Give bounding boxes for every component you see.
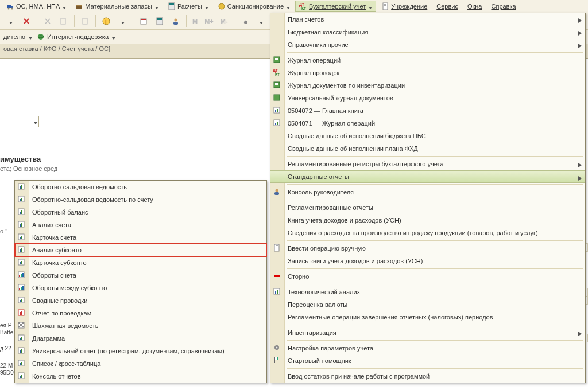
tb-close[interactable]	[20, 14, 33, 28]
menu-help[interactable]: Справка	[487, 1, 520, 11]
tb-calc2[interactable]	[153, 14, 167, 28]
menu-item-label: Справочники прочие	[288, 41, 349, 48]
link-owner[interactable]: дителю	[3, 33, 32, 40]
menu-institution[interactable]: Учреждение	[377, 1, 431, 12]
menu-item-label: Карточка субконто	[32, 259, 87, 266]
tb-info[interactable]	[99, 14, 113, 28]
reports-submenu-item[interactable]: Оборотно-сальдовая ведомость	[15, 181, 266, 193]
accounting-menu-item[interactable]: Сведения о расходах на производство и пр…	[270, 227, 585, 239]
menu-materials-label: Материальные запасы	[85, 3, 152, 10]
menu-item-label: Обороты счета	[32, 272, 76, 279]
menu-calc[interactable]: Расчеты	[164, 1, 212, 12]
accounting-menu-item[interactable]: Ввести операцию вручную	[270, 242, 585, 255]
reports-submenu-item[interactable]: Отчет по проводкам	[15, 307, 266, 319]
tb-paste[interactable]	[78, 14, 92, 28]
accounting-menu-item[interactable]: Универсальный журнал документов	[270, 92, 585, 104]
tb-calendar[interactable]	[137, 14, 150, 28]
accounting-menu-item[interactable]: Регламентные операции завершения отчетны…	[270, 311, 585, 323]
reports-submenu-item[interactable]: Диаграмма	[15, 332, 266, 345]
tb-copy[interactable]	[57, 14, 71, 28]
reports-submenu-item[interactable]: Карточка счета	[15, 231, 266, 244]
accounting-menu-item[interactable]: Технологический анализ	[270, 286, 585, 298]
tb-cut[interactable]	[41, 14, 55, 28]
tb-people[interactable]	[169, 14, 183, 28]
chart-small-icon	[17, 220, 26, 229]
svg-rect-47	[83, 18, 87, 24]
reports-submenu-item[interactable]: Список / кросс-таблица	[15, 357, 266, 370]
accounting-menu-item[interactable]: Журнал проводок	[270, 67, 585, 79]
tb-mplus[interactable]: М+	[202, 18, 216, 25]
accounting-menu-item[interactable]: Консоль руководителя	[270, 186, 585, 198]
accounting-menu-item[interactable]: Книга учета доходов и расходов (УСН)	[270, 214, 585, 227]
accounting-menu-item[interactable]: Справочники прочие	[270, 38, 585, 51]
menu-sanction[interactable]: Санкционирование	[214, 1, 294, 12]
accounting-menu-item[interactable]: 0504071 — Журнал операций	[270, 117, 585, 130]
menu-item-label: Консоль отчетов	[32, 373, 81, 380]
accounting-menu-item[interactable]: Регламентированные регистры бухгалтерско…	[270, 158, 585, 170]
accounting-menu-item[interactable]: Стандартные отчеты	[270, 170, 585, 183]
accounting-menu-item[interactable]: Переоценка валюты	[270, 298, 585, 311]
reports-submenu-item[interactable]: Оборотно-сальдовая ведомость по счету	[15, 193, 266, 206]
menu-item-label: Универсальный отчет (по регистрам, докум…	[32, 348, 225, 354]
dropdown-field[interactable]	[5, 116, 39, 127]
calc-icon	[168, 2, 176, 10]
accounting-menu-item[interactable]: Сводные данные об исполнении плана ФХД	[270, 142, 585, 155]
reports-submenu-item[interactable]: Анализ субконто	[15, 244, 266, 256]
accounting-menu-item[interactable]: Ввод остатков при начале работы с програ…	[270, 370, 585, 383]
tb-info-drop[interactable]	[115, 14, 129, 28]
tb-wrench-drop[interactable]	[254, 14, 268, 28]
chevron-down-icon	[155, 5, 158, 8]
chevron-down-icon	[29, 35, 32, 38]
accounting-menu-item[interactable]: Сторно	[270, 270, 585, 283]
menu-item-label: Список / кросс-таблица	[32, 360, 100, 367]
menu-item-label: Запись книги учета доходов и расходов (У…	[288, 258, 423, 264]
person-icon	[273, 188, 282, 197]
toolbar-separator	[186, 15, 187, 27]
menu-item-label: Шахматная ведомость	[32, 322, 98, 329]
reports-submenu-item[interactable]: Шахматная ведомость	[15, 319, 266, 332]
menu-accounting[interactable]: Бухгалтерский учет	[295, 1, 376, 12]
menu-item-label: Инвентаризация	[288, 329, 336, 336]
menu-os[interactable]: ОС, НМА, НПА	[2, 1, 70, 12]
menu-service[interactable]: Сервис	[432, 1, 462, 11]
menu-item-label: Стандартные отчеты	[288, 173, 349, 180]
tb-wrench[interactable]	[238, 14, 252, 28]
menu-windows[interactable]: Окна	[463, 1, 486, 11]
accounting-menu-item[interactable]: Настройка параметров учета	[270, 342, 585, 354]
chevron-down-icon	[205, 5, 208, 8]
tb-m[interactable]: М	[190, 18, 200, 25]
reports-submenu-item[interactable]: Обороты между субконто	[15, 282, 266, 294]
grid-cell: ея Р	[0, 322, 11, 329]
link-support-label: Интернет-поддержка	[47, 33, 109, 40]
accounting-menu-item[interactable]: Стартовый помощник	[270, 354, 585, 367]
accounting-menu-item[interactable]: 0504072 — Главная книга	[270, 104, 585, 117]
link-support[interactable]: Интернет-поддержка	[37, 33, 115, 41]
menu-item-label: Карточка счета	[32, 234, 76, 241]
menu-separator	[287, 340, 583, 341]
accounting-menu-item[interactable]: Регламентированные отчеты	[270, 201, 585, 214]
submenu-arrow-icon	[578, 30, 582, 34]
reports-submenu-item[interactable]: Обороты счета	[15, 269, 266, 282]
grid-cell: 95D0	[0, 369, 14, 376]
menu-materials[interactable]: Материальные запасы	[71, 1, 163, 12]
reports-submenu-item[interactable]: Сводные проводки	[15, 294, 266, 307]
accounting-menu-item[interactable]: Инвентаризация	[270, 326, 585, 339]
tab-title[interactable]: овая ставка / КФО / Счет учета / ОС]	[3, 45, 110, 52]
menu-separator	[287, 156, 583, 157]
accounting-menu-item[interactable]: Сводные данные об исполнении бюджета ПБС	[270, 130, 585, 142]
chart-small-icon	[17, 208, 26, 217]
tb-mminus[interactable]: М-	[218, 18, 230, 25]
reports-submenu-item[interactable]: Оборотный баланс	[15, 206, 266, 219]
accounting-menu-item[interactable]: Журнал операций	[270, 54, 585, 67]
menu-item-label: Регламентные операции завершения отчетны…	[288, 314, 493, 321]
reports-submenu-item[interactable]: Универсальный отчет (по регистрам, докум…	[15, 345, 266, 357]
accounting-menu-item[interactable]: Журнал документов по инвентаризации	[270, 79, 585, 92]
tb-save[interactable]	[3, 14, 17, 28]
reports-submenu-item[interactable]: Анализ счета	[15, 219, 266, 231]
menu-item-label: Анализ счета	[32, 221, 71, 228]
reports-submenu-item[interactable]: Консоль отчетов	[15, 370, 266, 383]
accounting-menu-item[interactable]: План счетов	[270, 13, 585, 26]
accounting-menu-item[interactable]: Запись книги учета доходов и расходов (У…	[270, 255, 585, 267]
reports-submenu-item[interactable]: Карточка субконто	[15, 256, 266, 269]
accounting-menu-item[interactable]: Бюджетная классификация	[270, 26, 585, 38]
